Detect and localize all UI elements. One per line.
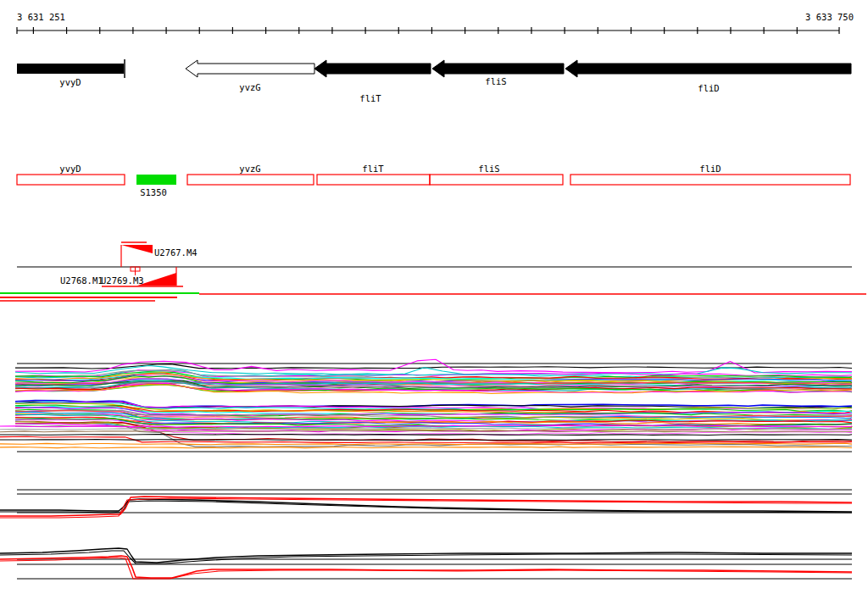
below-band-trace	[0, 435, 852, 436]
coverage-track	[0, 293, 866, 301]
gene-arrow-fliT[interactable]	[314, 60, 431, 77]
gene-box-label-yvzG: yvzG	[239, 164, 260, 174]
marker-U2767.M4[interactable]: U2767.M4	[121, 242, 198, 267]
genome-canvas: 3 631 251 3 633 750 yvyDyvzGfliTfliSfliD…	[0, 0, 868, 605]
ruler-axis	[17, 27, 839, 34]
gene-box-fliS[interactable]	[430, 175, 563, 185]
below-band-trace	[0, 440, 852, 441]
genome-browser-view: 3 631 251 3 633 750 yvyDyvzGfliTfliSfliD…	[0, 0, 868, 605]
marker-label-U2767.M4: U2767.M4	[154, 247, 198, 258]
gene-arrow-fliD[interactable]	[565, 60, 851, 77]
below-band-trace	[0, 447, 852, 448]
gene-box-label-fliD: fliD	[699, 164, 721, 174]
gene-box-label-yvyD: yvyD	[59, 164, 81, 174]
gene-box-track: yvyDS1350yvzGfliTfliSfliD	[17, 164, 850, 197]
gene-box-label-fliT: fliT	[362, 164, 384, 174]
gene-box-yvyD[interactable]	[17, 175, 125, 185]
below-band-trace	[0, 430, 852, 432]
trace-track-middle	[0, 490, 852, 518]
gene-arrow-label-fliS: fliS	[485, 76, 506, 86]
gene-arrow-yvzG[interactable]	[186, 60, 314, 77]
bottom-trace	[0, 558, 852, 579]
segment-box-S1350[interactable]	[136, 175, 176, 185]
marker-track: U2767.M4U2768.M1U2769.M3	[17, 242, 852, 286]
gene-box-label-fliS: fliS	[478, 164, 499, 174]
gene-arrow-label-fliD: fliD	[698, 83, 719, 93]
gene-box-label-S1350: S1350	[140, 187, 167, 197]
ruler-start-label: 3 631 251	[17, 12, 65, 22]
gene-arrow-fliS[interactable]	[432, 60, 564, 77]
marker-label-U2768.M1: U2768.M1	[60, 275, 103, 286]
gene-box-fliT[interactable]	[317, 175, 430, 185]
gene-box-yvzG[interactable]	[187, 175, 314, 185]
expression-profile-track	[0, 359, 852, 452]
gene-arrow-track: yvyDyvzGfliTfliSfliD	[17, 59, 851, 103]
trace-track-bottom	[0, 548, 852, 579]
marker-label-U2769.M3: U2769.M3	[101, 275, 144, 286]
marker-U2769.M3[interactable]: U2769.M3	[101, 267, 183, 286]
gene-box-fliD[interactable]	[570, 175, 850, 185]
gene-arrow-label-fliT: fliT	[359, 93, 381, 103]
marker-flag	[121, 245, 153, 253]
gene-arrow-label-yvyD: yvyD	[59, 77, 81, 87]
ruler-end-label: 3 633 750	[805, 12, 854, 22]
gene-arrow-label-yvzG: yvzG	[239, 82, 260, 92]
gene-arrow-yvyD[interactable]	[17, 64, 124, 74]
